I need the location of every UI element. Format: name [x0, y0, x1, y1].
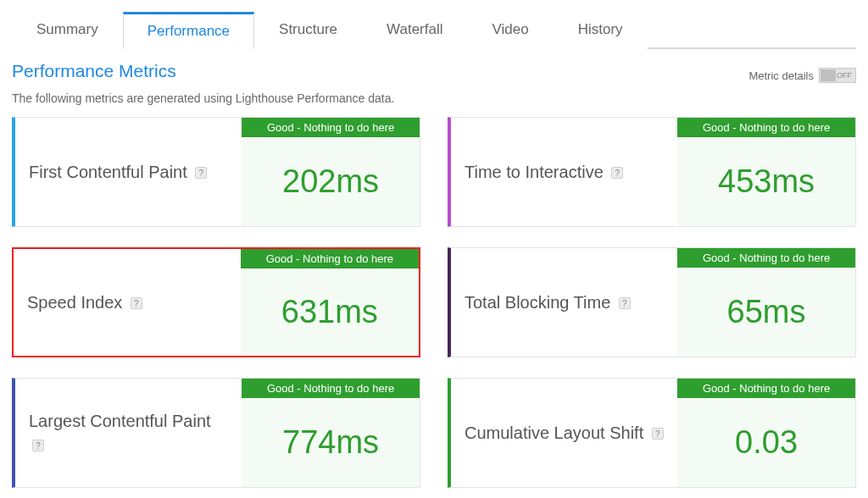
tab-history[interactable]: History	[554, 12, 648, 49]
metric-card-cls: Cumulative Layout Shift ? Good - Nothing…	[448, 378, 856, 488]
metric-card-fcp: First Contentful Paint ? Good - Nothing …	[12, 117, 420, 227]
metric-status-badge: Good - Nothing to do here	[677, 379, 855, 398]
metric-name-text: Speed Index	[27, 293, 122, 312]
metric-value: 202ms	[282, 163, 379, 200]
metrics-grid: First Contentful Paint ? Good - Nothing …	[12, 117, 856, 488]
metric-name-text: First Contentful Paint	[29, 163, 187, 181]
help-icon[interactable]: ?	[195, 167, 207, 179]
section-subtext: The following metrics are generated usin…	[12, 91, 856, 105]
metric-card-lcp: Largest Contentful Paint ? Good - Nothin…	[12, 378, 420, 488]
metric-name-text: Cumulative Layout Shift	[465, 423, 643, 442]
tab-performance[interactable]: Performance	[123, 12, 254, 49]
tab-structure[interactable]: Structure	[254, 12, 362, 49]
help-icon[interactable]: ?	[131, 297, 142, 309]
metric-name: Time to Interactive ?	[465, 161, 623, 184]
metric-name: Cumulative Layout Shift ?	[465, 422, 664, 445]
metric-value: 774ms	[282, 424, 379, 461]
metric-name-text: Largest Contentful Paint	[29, 412, 211, 430]
metric-status-badge: Good - Nothing to do here	[677, 118, 855, 137]
tab-summary[interactable]: Summary	[12, 12, 123, 49]
metric-card-tbt: Total Blocking Time ? Good - Nothing to …	[448, 247, 856, 357]
metric-name: Total Blocking Time ?	[465, 291, 631, 314]
metric-status-badge: Good - Nothing to do here	[242, 118, 420, 137]
help-icon[interactable]: ?	[611, 167, 623, 179]
metric-name: Largest Contentful Paint ?	[29, 410, 228, 456]
help-icon[interactable]: ?	[32, 440, 44, 451]
metric-status-badge: Good - Nothing to do here	[677, 248, 855, 268]
metric-name: First Contentful Paint ?	[29, 161, 207, 184]
toggle-state-text: OFF	[837, 71, 852, 80]
help-icon[interactable]: ?	[652, 428, 664, 440]
metric-name-text: Total Blocking Time	[465, 293, 610, 312]
metric-name: Speed Index ?	[27, 291, 142, 314]
metric-status-badge: Good - Nothing to do here	[242, 379, 420, 398]
tab-bar: Summary Performance Structure Waterfall …	[12, 10, 856, 49]
metric-value: 0.03	[735, 424, 798, 461]
section-title: Performance Metrics	[12, 61, 176, 81]
metric-details-toggle[interactable]: OFF	[819, 68, 856, 83]
metric-details-label: Metric details	[748, 69, 814, 82]
metric-card-speed-index: Speed Index ? Good - Nothing to do here …	[12, 247, 420, 357]
metric-value: 65ms	[727, 294, 806, 330]
metric-status-badge: Good - Nothing to do here	[241, 249, 419, 268]
metric-card-tti: Time to Interactive ? Good - Nothing to …	[448, 117, 856, 227]
help-icon[interactable]: ?	[619, 297, 631, 309]
tab-video[interactable]: Video	[468, 12, 554, 49]
metric-value: 453ms	[718, 163, 815, 200]
toggle-knob	[821, 69, 836, 81]
metric-value: 631ms	[281, 294, 378, 330]
tab-waterfall[interactable]: Waterfall	[362, 12, 467, 49]
metric-details-toggle-wrap: Metric details OFF	[748, 68, 856, 86]
metric-name-text: Time to Interactive	[465, 163, 604, 181]
